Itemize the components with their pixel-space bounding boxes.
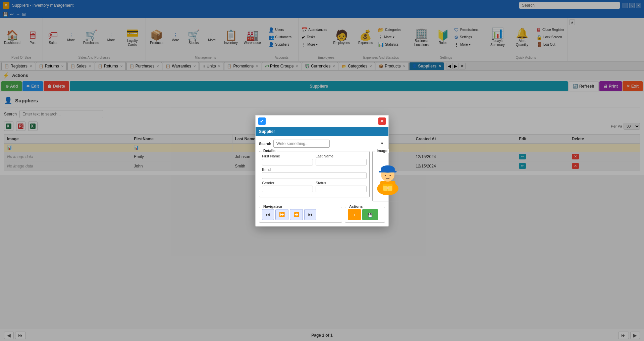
email-label: Email (262, 167, 367, 172)
modal-main-content: Details First Name Last Name (259, 151, 385, 201)
modal-actions-section: Actions + 💾 (345, 207, 385, 223)
gender-field: Gender Male Female (262, 181, 313, 192)
gender-label: Gender (262, 181, 313, 185)
modal-body: Search ▾ Details First Name (256, 136, 388, 226)
modal-search-row: Search ▾ (259, 140, 385, 148)
nav-next-button[interactable]: ⏩ (275, 209, 288, 220)
status-select[interactable]: Active Inactive (316, 186, 367, 192)
nav-prev-button[interactable]: ⏪ (290, 209, 303, 220)
first-name-field: First Name (262, 154, 313, 165)
svg-point-17 (386, 187, 389, 189)
last-name-field: Last Name (316, 154, 367, 165)
modal-titlebar: Supplier (256, 127, 388, 136)
first-name-label: First Name (262, 154, 313, 158)
modal-bottom-row: Navigateur ⏭ ⏩ ⏪ ⏮ Actions + 💾 (259, 204, 385, 223)
supplier-modal: ✔ ✕ Supplier Search ▾ Details (255, 115, 389, 227)
nav-last-button[interactable]: ⏮ (304, 209, 316, 220)
nav-legend: Navigateur (262, 204, 284, 208)
modal-search-dropdown-icon[interactable]: ▾ (381, 141, 383, 146)
modal-add-icon: + (353, 213, 356, 217)
nav-first-button[interactable]: ⏭ (262, 209, 274, 220)
modal-close-button[interactable]: ✕ (378, 117, 386, 125)
svg-rect-11 (379, 171, 397, 173)
modal-overlay: ✔ ✕ Supplier Search ▾ Details (0, 0, 644, 341)
supplier-avatar (373, 161, 403, 195)
details-fieldset: Details First Name Last Name (259, 151, 370, 197)
modal-title: Supplier (259, 129, 275, 134)
modal-image-section: Image (372, 151, 403, 201)
svg-point-12 (385, 175, 386, 176)
modal-search-label: Search (259, 142, 271, 146)
gender-select[interactable]: Male Female (262, 186, 313, 192)
modal-save-button[interactable]: 💾 (362, 209, 378, 220)
details-legend: Details (262, 149, 277, 153)
modal-save-icon: 💾 (368, 213, 373, 217)
actions-legend: Actions (348, 204, 364, 208)
status-field: Status Active Inactive (316, 181, 367, 192)
gender-status-row: Gender Male Female Status (262, 181, 367, 192)
name-row: First Name Last Name (262, 154, 367, 165)
last-name-label: Last Name (316, 154, 367, 158)
navigateur-section: Navigateur ⏭ ⏩ ⏪ ⏮ (259, 207, 342, 223)
modal-check-button[interactable]: ✔ (258, 117, 266, 125)
first-name-input[interactable] (262, 159, 313, 165)
modal-add-button[interactable]: + (348, 209, 361, 220)
modal-details-section: Details First Name Last Name (259, 151, 370, 201)
svg-point-13 (389, 175, 391, 176)
modal-search-input[interactable] (273, 140, 330, 148)
email-input[interactable] (262, 172, 367, 179)
email-field: Email (262, 167, 367, 179)
last-name-input[interactable] (316, 159, 367, 165)
image-legend: Image (375, 149, 389, 153)
status-label: Status (316, 181, 367, 185)
email-row: Email (262, 167, 367, 179)
